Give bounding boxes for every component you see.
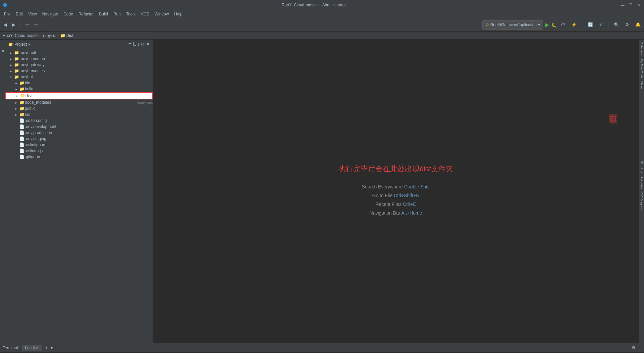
tree-item[interactable]: ▾📁ruoyi-ui [5, 74, 153, 80]
breadcrumb-dist[interactable]: 📁 dist [60, 33, 74, 38]
breadcrumb-sep-1: › [40, 33, 42, 38]
tree-item[interactable]: ▸📁dist [5, 92, 153, 99]
menu-item-code[interactable]: Code [61, 11, 76, 17]
menu-item-help[interactable]: Help [171, 11, 185, 17]
menu-item-file[interactable]: File [1, 11, 13, 17]
right-icon-maven[interactable]: Maven [640, 80, 643, 92]
hint-nav: Navigation Bar Alt+Home [338, 210, 453, 216]
hint-recent-shortcut: Ctrl+E [403, 202, 416, 207]
folder-icon: 📁 [13, 50, 19, 55]
toolbar-forward[interactable]: ▶ [10, 20, 17, 30]
collapse-all-button[interactable]: ≡ [128, 42, 131, 47]
tree-item[interactable]: 📄.editorconfig [5, 118, 153, 124]
run-configuration[interactable]: ⚙ RuoYiGatewayApplication ▾ [482, 20, 543, 30]
tree-item[interactable]: ▸📁src [5, 112, 153, 118]
tree-item[interactable]: ▸📁ruoyi-auth [5, 50, 153, 56]
right-icon-bigdata[interactable]: Big Data Tools [640, 57, 643, 80]
terminal-tab-local[interactable]: Local ✕ [22, 345, 42, 351]
toolbar-redo[interactable]: ↪ [32, 20, 40, 30]
tree-item[interactable]: ▸📁ruoyi-modules [5, 68, 153, 74]
project-tree: ▸📁ruoyi-auth▸📁ruoyi-common▸📁ruoyi-gatewa… [5, 49, 153, 343]
tree-item[interactable]: 📄.eslintrc.js [5, 148, 153, 154]
toolbar-undo[interactable]: ↩ [23, 20, 31, 30]
terminal-dropdown-button[interactable]: ▾ [51, 345, 53, 350]
menu-item-view[interactable]: View [25, 11, 40, 17]
tree-item[interactable]: 📄.env.development [5, 124, 153, 130]
app-icon: 🔷 [3, 3, 8, 7]
terminal-add-button[interactable]: + [45, 345, 48, 351]
terminal-settings-button[interactable]: ⚙ [632, 345, 636, 350]
tree-arrow-icon: ▾ [8, 75, 13, 79]
breadcrumb-root[interactable]: RuoYi-Cloud-master [3, 33, 39, 38]
breadcrumb-ruoyi-ui[interactable]: ruoyi-ui [43, 33, 56, 38]
toolbar-back[interactable]: ◀ [1, 20, 9, 30]
breadcrumb-sep-2: › [58, 33, 59, 38]
tree-item-label: .env.staging [25, 136, 153, 141]
tree-item[interactable]: 📄.eslintignore [5, 142, 153, 148]
right-icon-favorites[interactable]: Favorites [640, 175, 643, 190]
right-icon-structure[interactable]: Structure [640, 160, 643, 175]
tree-item-label: ruoyi-modules [19, 69, 153, 73]
tree-item[interactable]: ▸📁public [5, 105, 153, 112]
toolbar-sep-3 [582, 21, 582, 28]
scroll-button[interactable]: ⇅ [132, 42, 136, 47]
right-sidebar: Database Big Data Tools Maven Structure … [639, 40, 644, 343]
vcs-update[interactable]: 🔄 [586, 20, 595, 30]
menu-item-edit[interactable]: Edit [13, 11, 25, 17]
menu-item-window[interactable]: Window [152, 11, 172, 17]
profile-button[interactable]: ⚡ [569, 20, 579, 30]
tree-arrow-icon: ▸ [13, 113, 19, 117]
vcs-commit[interactable]: ✔ [597, 20, 605, 30]
close-panel-button[interactable]: ✕ [146, 42, 150, 47]
menu-item-build[interactable]: Build [96, 11, 111, 17]
tree-item-badge: library root [137, 101, 153, 104]
menu-item-navigate[interactable]: Navigate [40, 11, 61, 17]
notifications-button[interactable]: 🔔 [633, 20, 643, 30]
project-header-actions: ≡ ⇅ ↕ ⚙ ✕ [128, 42, 150, 47]
tree-item-label: .eslintignore [25, 142, 153, 147]
tree-item[interactable]: 📄.env.staging [5, 136, 153, 142]
tree-item-label: .gitignore [25, 155, 153, 159]
tree-item[interactable]: ▸📁build [5, 86, 153, 92]
menu-item-tools[interactable]: Tools [123, 11, 138, 17]
tree-item[interactable]: 📄.env.production [5, 130, 153, 136]
folder-icon: 📁 [13, 69, 19, 73]
settings-tree-button[interactable]: ⚙ [141, 42, 145, 47]
tree-item-label: .eslintrc.js [25, 148, 153, 153]
hint-search: Search Everywhere Double Shift [338, 184, 453, 189]
titlebar-controls: — ❐ ✕ [620, 2, 641, 8]
hint-search-shortcut: Double Shift [404, 184, 430, 189]
close-button[interactable]: ✕ [636, 2, 641, 8]
tree-item[interactable]: ▸📁node_moduleslibrary root [5, 99, 153, 105]
right-icon-database[interactable]: Database [640, 41, 643, 57]
sort-button[interactable]: ↕ [138, 42, 140, 47]
hint-goto-text: Go to File [372, 193, 394, 198]
maximize-button[interactable]: ❐ [628, 2, 633, 8]
project-dropdown-icon[interactable]: ▾ [28, 42, 30, 47]
toolbar-sep-4 [608, 21, 608, 28]
menu-item-run[interactable]: Run [111, 11, 123, 17]
project-panel-header: 📁 Project ▾ ≡ ⇅ ↕ ⚙ ✕ [5, 40, 153, 49]
menu-item-refactor[interactable]: Refactor [76, 11, 96, 17]
menu-item-vcs[interactable]: VCS [138, 11, 152, 17]
terminal-minimize-button[interactable]: — [637, 345, 641, 350]
tree-item[interactable]: 📄.gitignore [5, 154, 153, 160]
settings-button[interactable]: ⚙ [623, 20, 631, 30]
tree-item[interactable]: ▸📁ruoyi-common [5, 56, 153, 62]
folder-icon: 📁 [19, 81, 25, 85]
search-button[interactable]: 🔍 [612, 20, 621, 30]
file-icon: 📄 [19, 130, 25, 135]
project-icon: 📁 [8, 42, 13, 47]
left-icon-project[interactable]: P [0, 41, 5, 61]
terminal-tab-close[interactable]: ✕ [36, 346, 39, 350]
right-icon-erdiagram[interactable]: E-R Diagram [640, 191, 643, 211]
tree-item-label: node_modules [25, 100, 136, 105]
minimize-button[interactable]: — [620, 2, 625, 8]
file-icon: 📄 [19, 118, 25, 123]
terminal-actions: ⚙ — [632, 345, 641, 350]
run-button[interactable]: ▶ [545, 21, 549, 28]
coverage-button[interactable]: ⏱ [559, 20, 567, 30]
debug-button[interactable]: 🐛 [551, 22, 557, 28]
tree-item[interactable]: ▸📁bin [5, 80, 153, 86]
tree-item[interactable]: ▸📁ruoyi-gateway [5, 62, 153, 68]
